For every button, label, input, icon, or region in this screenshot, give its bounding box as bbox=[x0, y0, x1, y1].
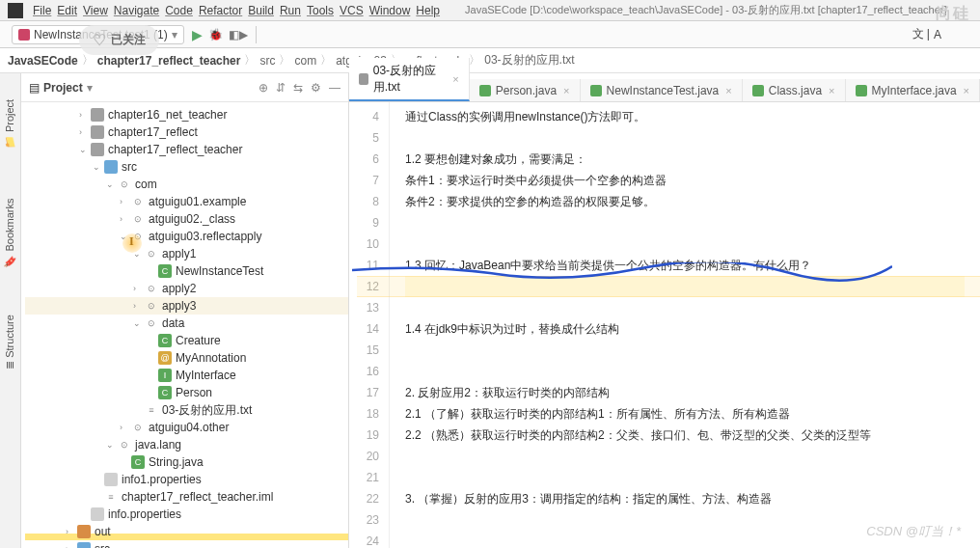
menu-refactor[interactable]: Refactor bbox=[199, 4, 242, 17]
close-icon[interactable]: × bbox=[563, 85, 569, 96]
code-line[interactable] bbox=[405, 233, 965, 255]
tree-node[interactable]: ›⊙apply2 bbox=[25, 280, 348, 297]
menu-view[interactable]: View bbox=[83, 4, 108, 17]
hide-icon[interactable]: — bbox=[329, 81, 340, 95]
editor-tab[interactable]: Person.java× bbox=[470, 79, 581, 101]
tree-node[interactable]: ⌄chapter17_reflect_teacher bbox=[25, 141, 348, 158]
editor-tab[interactable]: MyInterface.java× bbox=[846, 79, 980, 101]
tree-node[interactable]: ⌄⊙apply1 bbox=[25, 245, 348, 262]
ann-icon: @ bbox=[158, 351, 172, 365]
debug-button[interactable]: 🐞 bbox=[208, 28, 223, 41]
chevron-icon: › bbox=[66, 540, 77, 548]
project-tree[interactable]: ›chapter16_net_teacher›chapter17_reflect… bbox=[21, 102, 348, 548]
follow-badge[interactable]: ♡ 已关注 bbox=[79, 25, 159, 55]
tree-node[interactable]: ⌄⊙com bbox=[25, 176, 348, 193]
translate-button[interactable]: 文 | A bbox=[912, 26, 941, 42]
structure-tool-tab[interactable]: ≣ Structure bbox=[4, 315, 16, 370]
code-line[interactable]: 1.3 回忆：JavaBean中要求给当前类提供一个公共的空参的构造器。有什么用… bbox=[405, 255, 965, 276]
code-line[interactable] bbox=[405, 212, 965, 233]
collapse-icon[interactable]: ⇆ bbox=[293, 81, 303, 95]
code-content[interactable]: 通过Class的实例调用newInstance()方法即可。 1.2 要想创建对… bbox=[390, 102, 980, 548]
crumb-pkg1[interactable]: com bbox=[294, 54, 316, 68]
crumb-root[interactable]: JavaSECode bbox=[8, 54, 78, 68]
target-icon[interactable]: ⊕ bbox=[259, 81, 268, 95]
tree-node[interactable]: ≡03-反射的应用.txt bbox=[25, 401, 348, 419]
menu-window[interactable]: Window bbox=[369, 4, 411, 17]
tree-node[interactable]: ›⊙apply3 bbox=[25, 297, 348, 315]
tree-label: info1.properties bbox=[122, 471, 202, 488]
code-line[interactable] bbox=[405, 446, 965, 467]
code-line[interactable]: 通过Class的实例调用newInstance()方法即可。 bbox=[405, 106, 965, 127]
tree-node[interactable]: ⌄⊙atguigu03.reflectapply bbox=[25, 228, 348, 245]
editor-tab[interactable]: Class.java× bbox=[743, 79, 846, 101]
code-line[interactable]: 3. （掌握）反射的应用3：调用指定的结构：指定的属性、方法、构造器 bbox=[405, 488, 965, 509]
tree-node[interactable]: IMyInterface bbox=[25, 367, 348, 384]
gear-icon[interactable]: ⚙ bbox=[311, 81, 321, 95]
tree-node[interactable]: CNewInstanceTest bbox=[25, 262, 348, 280]
code-line[interactable]: 1.4 在jdk9中标识为过时，替换成什么结构 bbox=[405, 318, 965, 340]
tree-node[interactable]: ›chapter17_reflect bbox=[25, 123, 348, 141]
code-line[interactable] bbox=[405, 361, 965, 382]
code-line[interactable] bbox=[405, 467, 965, 488]
tree-node[interactable]: ⌄src bbox=[25, 158, 348, 176]
crumb-file[interactable]: 03-反射的应用.txt bbox=[484, 52, 574, 68]
tree-node[interactable]: ›src bbox=[25, 540, 348, 548]
close-icon[interactable]: × bbox=[829, 85, 834, 96]
code-line[interactable] bbox=[405, 127, 965, 149]
tree-node[interactable]: CPerson bbox=[25, 384, 348, 401]
editor-tab[interactable]: NewInstanceTest.java× bbox=[581, 79, 743, 101]
pkg-icon: ⊙ bbox=[131, 212, 145, 226]
tree-label: atguigu03.reflectapply bbox=[149, 228, 261, 245]
code-line[interactable]: 条件1：要求运行时类中必须提供一个空参的构造器 bbox=[405, 170, 965, 191]
run-button[interactable]: ▶ bbox=[192, 27, 203, 42]
tree-node[interactable]: info.properties bbox=[25, 506, 348, 523]
close-icon[interactable]: × bbox=[964, 85, 969, 96]
code-line[interactable]: 2. 反射应用2：获取运行时类的内部结构 bbox=[405, 382, 965, 403]
menu-code[interactable]: Code bbox=[165, 4, 193, 17]
tree-node[interactable]: ⌄⊙data bbox=[25, 315, 348, 332]
code-line[interactable] bbox=[405, 297, 965, 318]
tree-node[interactable]: @MyAnnotation bbox=[25, 349, 348, 367]
expand-icon[interactable]: ⇵ bbox=[276, 81, 286, 95]
tree-node[interactable]: CString.java bbox=[25, 453, 348, 471]
code-line[interactable] bbox=[405, 276, 965, 297]
editor-tab[interactable]: 03-反射的应用.txt× bbox=[349, 58, 470, 101]
heart-icon: ♡ bbox=[93, 31, 106, 49]
crumb-module[interactable]: chapter17_reflect_teacher bbox=[97, 54, 241, 68]
coverage-button[interactable]: ◧▶ bbox=[229, 28, 248, 41]
tree-node[interactable]: CCreature bbox=[25, 332, 348, 349]
menu-vcs[interactable]: VCS bbox=[340, 4, 364, 17]
code-line[interactable]: 2.1 （了解）获取运行时类的内部结构1：所有属性、所有方法、所有构造器 bbox=[405, 403, 965, 425]
tree-node[interactable]: ›⊙atguigu02._class bbox=[25, 210, 348, 228]
code-line[interactable]: 1.2 要想创建对象成功，需要满足： bbox=[405, 149, 965, 170]
crumb-src[interactable]: src bbox=[259, 54, 275, 68]
menu-edit[interactable]: Edit bbox=[57, 4, 77, 17]
code-line[interactable]: 条件2：要求提供的空参的构造器的权限要足够。 bbox=[405, 191, 965, 212]
menu-tools[interactable]: Tools bbox=[307, 4, 334, 17]
tree-node[interactable]: ≡chapter17_reflect_teacher.iml bbox=[25, 488, 348, 506]
menu-file[interactable]: File bbox=[33, 4, 51, 17]
tree-node[interactable]: ›chapter16_net_teacher bbox=[25, 106, 348, 123]
chevron-down-icon[interactable]: ▾ bbox=[87, 81, 93, 95]
tree-node[interactable]: ›⊙atguigu01.example bbox=[25, 193, 348, 210]
tree-node[interactable]: ⌄⊙java.lang bbox=[25, 436, 348, 453]
menu-build[interactable]: Build bbox=[248, 4, 274, 17]
chevron-icon: › bbox=[66, 523, 77, 540]
code-line[interactable] bbox=[405, 340, 965, 361]
chevron-icon: ⌄ bbox=[106, 436, 118, 453]
bookmarks-tool-tab[interactable]: 🔖 Bookmarks bbox=[4, 198, 16, 267]
tree-node[interactable]: ›⊙atguigu04.other bbox=[25, 419, 348, 436]
code-line[interactable]: 2.2 （熟悉）获取运行时类的内部结构2：父类、接口们、包、带泛型的父类、父类的… bbox=[405, 425, 965, 446]
menu-run[interactable]: Run bbox=[280, 4, 301, 17]
chevron-icon: › bbox=[133, 297, 145, 315]
project-tool-tab[interactable]: 📁 Project bbox=[4, 99, 16, 149]
menu-help[interactable]: Help bbox=[416, 4, 440, 17]
tree-node[interactable]: ›out bbox=[25, 523, 348, 540]
close-icon[interactable]: × bbox=[725, 85, 731, 96]
close-icon[interactable]: × bbox=[452, 73, 458, 85]
menu-navigate[interactable]: Navigate bbox=[114, 4, 159, 17]
prop-icon bbox=[104, 473, 118, 486]
tree-label: com bbox=[135, 176, 157, 193]
pkg-icon: ⊙ bbox=[118, 178, 131, 191]
tree-node[interactable]: info1.properties bbox=[25, 471, 348, 488]
